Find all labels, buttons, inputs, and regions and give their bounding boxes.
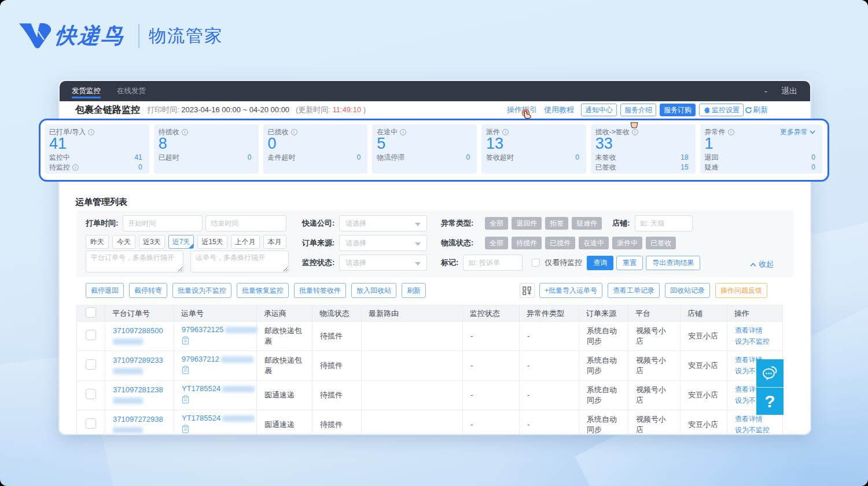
number-textarea-row: [86, 251, 302, 273]
action-批量转签收件[interactable]: 批量转签收件: [294, 283, 346, 298]
express-company-row: 快递公司: 请选择: [302, 215, 441, 231]
order-number-link[interactable]: 371097281238: [113, 385, 163, 394]
link-tutorial[interactable]: 使用教程: [544, 105, 574, 115]
privacy-blur: [221, 356, 253, 363]
info-icon[interactable]: i: [728, 129, 734, 135]
logout-button[interactable]: 退出: [781, 86, 797, 97]
monitor-status-select[interactable]: 请选择: [339, 255, 427, 271]
stat-card-6: 揽收->签收i33未签收18已签收15: [591, 124, 696, 174]
express-company-select[interactable]: 请选择: [339, 215, 427, 231]
logistics-chip-在途中[interactable]: 在途中: [579, 237, 609, 249]
copy-icon[interactable]: [182, 425, 189, 433]
stat-card-title-row: 待揽收i: [159, 128, 252, 136]
abnormal-chip-全部[interactable]: 全部: [485, 217, 508, 230]
action-查看工单记录[interactable]: 查看工单记录: [608, 283, 660, 298]
copy-icon[interactable]: [182, 336, 189, 345]
quick-date-近15天[interactable]: 近15天: [197, 235, 227, 249]
action-截停退回[interactable]: 截停退回: [86, 283, 124, 298]
cell-status: 待揽件: [312, 351, 362, 381]
abnormal-chip-疑难件[interactable]: 疑难件: [572, 217, 602, 230]
copy-icon[interactable]: [182, 366, 189, 374]
op-link-查看详情[interactable]: 查看详情: [735, 414, 775, 425]
stat-subrow: 走件超时0: [268, 153, 361, 163]
info-icon[interactable]: i: [632, 129, 638, 135]
platform-order-textarea[interactable]: [86, 251, 183, 273]
tour-highlight-box: 已打单/导入i41监控中41待监控i0待揽收i8已超时0已揽收i0走件超时0在途…: [39, 119, 829, 182]
action-放入回收站[interactable]: 放入回收站: [351, 283, 396, 298]
select-all-checkbox[interactable]: [86, 307, 96, 318]
stat-subrow-label: 疑难: [705, 163, 719, 172]
collapse-link[interactable]: 收起: [750, 259, 774, 270]
op-link-查看详情[interactable]: 查看详情: [735, 325, 775, 336]
action-回收站记录[interactable]: 回收站记录: [665, 283, 710, 298]
service-intro-button[interactable]: 服务介绍: [620, 104, 656, 116]
waybill-number-link[interactable]: YT1785524: [182, 384, 220, 393]
notify-center-label: 通知中心: [585, 104, 613, 116]
shop-input[interactable]: [635, 215, 693, 231]
mark-input[interactable]: [463, 255, 523, 271]
op-link-设为不监控[interactable]: 设为不监控: [735, 336, 775, 347]
order-number-link[interactable]: 371097272938: [113, 415, 163, 424]
notify-center-button[interactable]: 通知中心: [581, 104, 617, 116]
logistics-chip-派件中[interactable]: 派件中: [612, 237, 642, 249]
waybill-number-link[interactable]: 9796372125: [182, 325, 223, 334]
minimize-button[interactable]: -: [764, 86, 767, 97]
waybill-textarea[interactable]: [190, 251, 289, 273]
cell-shop: 安豆小店: [681, 322, 727, 351]
row-checkbox[interactable]: [86, 359, 96, 370]
order-number-link[interactable]: 371097289233: [113, 356, 163, 365]
quick-date-近3天[interactable]: 近3天: [139, 235, 165, 249]
logistics-chip-已签收[interactable]: 已签收: [646, 237, 676, 249]
action-刷新[interactable]: 刷新: [402, 283, 426, 298]
export-button[interactable]: 导出查询结果: [646, 256, 700, 270]
refresh-link[interactable]: 刷新: [745, 105, 768, 115]
abnormal-chip-退回件[interactable]: 退回件: [512, 217, 542, 230]
action-+批量导入运单号[interactable]: +批量导入运单号: [539, 283, 602, 298]
more-abnormal-link[interactable]: 更多异常: [780, 128, 815, 136]
service-order-button[interactable]: 服务订购: [660, 104, 696, 116]
tab-shipping-monitor[interactable]: 发货监控: [72, 81, 101, 101]
info-icon[interactable]: i: [400, 129, 406, 135]
quick-date-近7天[interactable]: 近7天: [168, 235, 194, 249]
cell-source: 系统自动同步: [579, 410, 628, 435]
monitor-settings-button[interactable]: 监控设置: [699, 104, 744, 116]
quick-date-上个月[interactable]: 上个月: [231, 235, 260, 249]
query-button[interactable]: 查询: [587, 256, 613, 270]
waybill-number-link[interactable]: YT1785524: [182, 414, 220, 422]
cell-source: 系统自动同步: [579, 351, 628, 381]
row-checkbox[interactable]: [86, 418, 96, 429]
logistics-chip-待揽件[interactable]: 待揽件: [512, 237, 542, 249]
customer-service-button[interactable]: [756, 359, 784, 387]
reset-button[interactable]: 重置: [616, 256, 643, 270]
action-批量恢复监控[interactable]: 批量恢复监控: [237, 283, 289, 298]
waybill-number-link[interactable]: 979637212: [182, 355, 219, 363]
quick-date-今天[interactable]: 今天: [112, 235, 135, 249]
order-source-select[interactable]: 请选择: [339, 235, 427, 251]
row-checkbox[interactable]: [86, 330, 96, 340]
action-截停转寄[interactable]: 截停转寄: [129, 283, 167, 298]
cell-monitor: -: [463, 410, 520, 435]
scan-import-button[interactable]: [520, 283, 535, 298]
action-批量设为不监控[interactable]: 批量设为不监控: [172, 283, 231, 298]
info-icon[interactable]: i: [291, 129, 297, 135]
tab-online-shipping[interactable]: 在线发货: [117, 81, 146, 101]
info-icon[interactable]: i: [88, 129, 94, 135]
feedback-button[interactable]: 操作问题反馈: [715, 283, 767, 298]
row-checkbox[interactable]: [86, 389, 96, 399]
start-time-input[interactable]: [123, 215, 203, 231]
help-button[interactable]: ?: [756, 387, 784, 415]
only-monitor-checkbox[interactable]: [532, 259, 540, 267]
info-icon[interactable]: i: [182, 129, 188, 135]
abnormal-chip-拒签[interactable]: 拒签: [545, 217, 568, 230]
order-number-link[interactable]: 371097288500: [113, 326, 163, 335]
filter-panel: 打单时间: 昨天今天近3天近7天近15天上个月本月 快递公司: 请选择: [76, 210, 793, 277]
end-time-input[interactable]: [205, 215, 286, 231]
logistics-chip-已揽件[interactable]: 已揽件: [545, 237, 575, 249]
copy-icon[interactable]: [182, 395, 189, 404]
op-link-设为不监控[interactable]: 设为不监控: [735, 425, 775, 434]
quick-date-本月[interactable]: 本月: [263, 235, 286, 249]
quick-date-昨天[interactable]: 昨天: [86, 235, 109, 249]
info-icon[interactable]: i: [72, 164, 79, 171]
logistics-chip-全部[interactable]: 全部: [485, 237, 508, 249]
info-icon[interactable]: i: [502, 129, 509, 135]
